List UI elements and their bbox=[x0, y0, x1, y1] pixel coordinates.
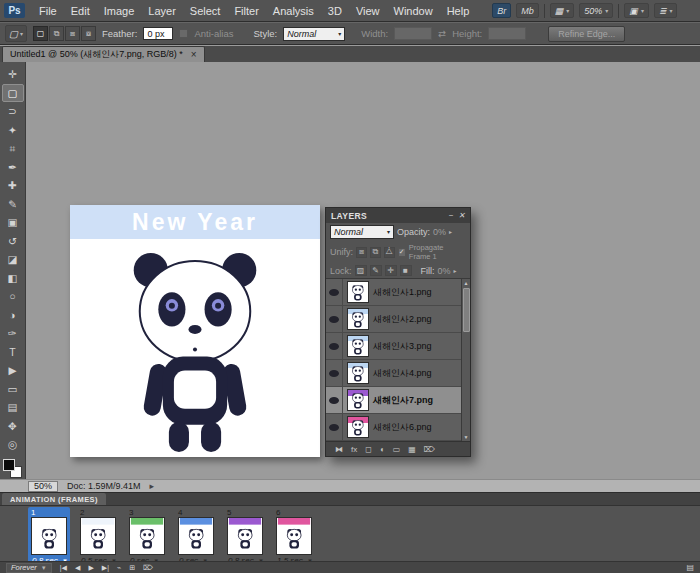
layer-thumbnail[interactable] bbox=[347, 308, 369, 330]
close-icon[interactable]: ✕ bbox=[458, 211, 465, 220]
convert-to-timeline-button[interactable]: ▤ bbox=[686, 563, 694, 572]
frame-thumbnail[interactable] bbox=[276, 517, 312, 555]
play-button[interactable]: ▶ bbox=[88, 564, 93, 572]
zoom-input[interactable]: 50% bbox=[28, 481, 58, 492]
animation-frame[interactable]: 6 1.5 sec.▼ bbox=[273, 507, 315, 567]
layer-row[interactable]: 새해인사1.png bbox=[326, 279, 461, 306]
unify-visibility-button[interactable]: ⧉ bbox=[370, 247, 381, 258]
delete-layer-icon[interactable]: ⌦ bbox=[424, 445, 435, 454]
layer-visibility-cell[interactable] bbox=[326, 387, 343, 413]
zoom-level-select[interactable]: 50%▾ bbox=[579, 3, 613, 18]
layer-visibility-cell[interactable] bbox=[326, 279, 343, 305]
layer-thumbnail[interactable] bbox=[347, 362, 369, 384]
lock-pixels-button[interactable]: ✎ bbox=[370, 265, 382, 276]
tool-spot-healing-brush[interactable]: ✚ bbox=[2, 176, 24, 195]
new-layer-icon[interactable]: ▦ bbox=[408, 445, 416, 454]
width-input[interactable] bbox=[394, 27, 432, 40]
propagate-frame-checkbox[interactable]: ✓ bbox=[398, 248, 406, 257]
feather-input[interactable]: 0 px bbox=[143, 27, 173, 40]
scroll-down-icon[interactable]: ▼ bbox=[464, 433, 469, 441]
delete-frame-button[interactable]: ⌦ bbox=[143, 564, 153, 572]
tween-button[interactable]: ⌁ bbox=[117, 564, 121, 572]
layers-scrollbar[interactable]: ▲ ▼ bbox=[461, 279, 470, 441]
tool-dodge[interactable]: ◑ bbox=[2, 306, 24, 325]
menu-file[interactable]: File bbox=[32, 5, 64, 17]
menu-edit[interactable]: Edit bbox=[64, 5, 97, 17]
duplicate-frame-button[interactable]: ⊞ bbox=[129, 564, 135, 572]
menu-analysis[interactable]: Analysis bbox=[266, 5, 321, 17]
layer-visibility-cell[interactable] bbox=[326, 333, 343, 359]
layer-row[interactable]: 새해인사2.png bbox=[326, 306, 461, 333]
tool-brush[interactable]: ✎ bbox=[2, 195, 24, 214]
menu-select[interactable]: Select bbox=[183, 5, 228, 17]
loop-select[interactable]: Forever▼ bbox=[6, 563, 52, 573]
tool-history-brush[interactable]: ↺ bbox=[2, 232, 24, 251]
layer-row[interactable]: 새해인사7.png bbox=[326, 387, 461, 414]
layer-visibility-cell[interactable] bbox=[326, 360, 343, 386]
tool-rectangle[interactable]: ▭ bbox=[2, 380, 24, 399]
frame-thumbnail[interactable] bbox=[80, 517, 116, 555]
layer-row[interactable]: 새해인사6.png bbox=[326, 414, 461, 441]
menu-window[interactable]: Window bbox=[387, 5, 440, 17]
animation-frame[interactable]: 3 0 sec.▼ bbox=[126, 507, 168, 567]
first-frame-button[interactable]: |◀ bbox=[60, 564, 67, 572]
layer-visibility-cell[interactable] bbox=[326, 414, 343, 440]
menu-layer[interactable]: Layer bbox=[141, 5, 183, 17]
document-canvas[interactable]: New Year bbox=[70, 205, 320, 457]
frame-thumbnail[interactable] bbox=[129, 517, 165, 555]
animation-frame[interactable]: 4 0 sec.▼ bbox=[175, 507, 217, 567]
layer-style-icon[interactable]: fx bbox=[351, 445, 357, 454]
tool-clone-stamp[interactable]: ▣ bbox=[2, 213, 24, 232]
unify-style-button[interactable]: ⧊ bbox=[384, 247, 395, 258]
layer-thumbnail[interactable] bbox=[347, 335, 369, 357]
height-input[interactable] bbox=[488, 27, 526, 40]
tool-blur[interactable]: ○ bbox=[2, 287, 24, 306]
opacity-value[interactable]: 0% bbox=[433, 227, 446, 237]
swap-dimensions-icon[interactable]: ⇄ bbox=[438, 28, 446, 39]
layer-group-icon[interactable]: ▭ bbox=[393, 445, 401, 454]
lock-all-button[interactable]: ■ bbox=[400, 265, 412, 276]
previous-frame-button[interactable]: ◀ bbox=[75, 564, 80, 572]
layer-thumbnail[interactable] bbox=[347, 416, 369, 438]
blend-mode-select[interactable]: Normal▾ bbox=[330, 225, 394, 239]
add-to-selection-button[interactable]: ⧉ bbox=[49, 26, 64, 41]
fill-value[interactable]: 0% bbox=[438, 266, 451, 276]
subtract-from-selection-button[interactable]: ⧈ bbox=[65, 26, 80, 41]
arrange-documents-button[interactable]: ▣▾ bbox=[624, 3, 649, 18]
opacity-arrow-icon[interactable]: ▸ bbox=[449, 229, 452, 235]
layer-thumbnail[interactable] bbox=[347, 389, 369, 411]
layer-mask-icon[interactable]: ◻ bbox=[365, 445, 372, 454]
tool-preset-picker[interactable]: ▢▾ bbox=[5, 25, 27, 42]
new-selection-button[interactable]: ▢ bbox=[33, 26, 48, 41]
layer-row[interactable]: 새해인사3.png bbox=[326, 333, 461, 360]
layer-visibility-cell[interactable] bbox=[326, 306, 343, 332]
layer-row[interactable]: 새해인사4.png bbox=[326, 360, 461, 387]
status-flyout-icon[interactable]: ▸ bbox=[150, 481, 155, 491]
document-tab[interactable]: Untitled1 @ 50% (새해인사7.png, RGB/8) * × bbox=[2, 46, 205, 62]
antialias-checkbox[interactable] bbox=[179, 29, 188, 38]
foreground-color-swatch[interactable] bbox=[3, 459, 15, 471]
frame-thumbnail[interactable] bbox=[178, 517, 214, 555]
tool-hand[interactable]: ✥ bbox=[2, 417, 24, 436]
tool-eraser[interactable]: ◪ bbox=[2, 250, 24, 269]
tool-gradient[interactable]: ◧ bbox=[2, 269, 24, 288]
animation-frame[interactable]: 1 0.8 sec.▼ bbox=[28, 507, 70, 567]
tool-move[interactable]: ✛ bbox=[2, 65, 24, 84]
menu-image[interactable]: Image bbox=[97, 5, 142, 17]
animation-frame[interactable]: 2 0.5 sec.▼ bbox=[77, 507, 119, 567]
next-frame-button[interactable]: ▶| bbox=[102, 564, 109, 572]
tool-eyedropper[interactable]: ✒ bbox=[2, 158, 24, 177]
menu-3d[interactable]: 3D bbox=[321, 5, 349, 17]
menu-filter[interactable]: Filter bbox=[227, 5, 265, 17]
link-layers-icon[interactable]: ⧓ bbox=[335, 445, 343, 454]
tool-rectangular-marquee[interactable]: ▢ bbox=[2, 84, 24, 103]
animation-frame[interactable]: 5 0.8 sec.▼ bbox=[224, 507, 266, 567]
layer-thumbnail[interactable] bbox=[347, 281, 369, 303]
minimize-icon[interactable]: − bbox=[449, 211, 454, 220]
tool-zoom[interactable]: ◎ bbox=[2, 435, 24, 454]
tool-type[interactable]: T bbox=[2, 343, 24, 362]
frame-thumbnail[interactable] bbox=[31, 517, 67, 555]
tool-path-selection[interactable]: ▶ bbox=[2, 361, 24, 380]
tool-notes[interactable]: ▤ bbox=[2, 398, 24, 417]
unify-position-button[interactable]: ⧈ bbox=[356, 247, 367, 258]
